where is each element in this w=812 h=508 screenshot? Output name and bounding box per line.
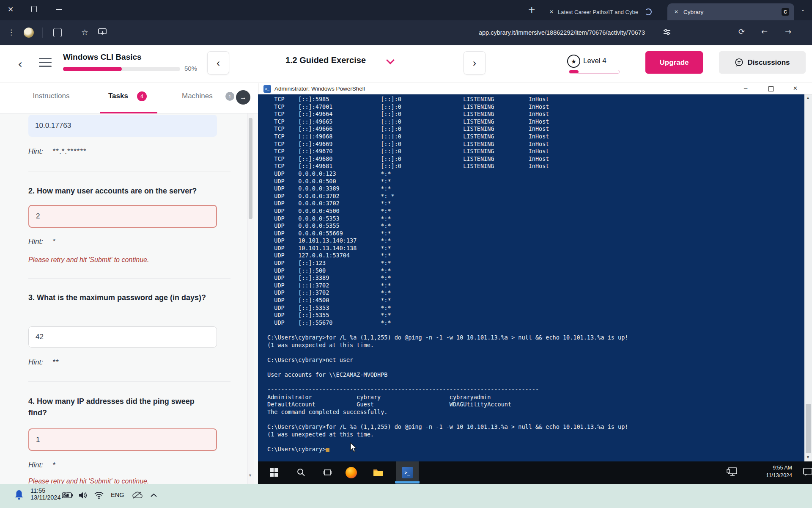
tasks-scrollbar-thumb — [249, 118, 252, 219]
divider — [28, 171, 230, 171]
question-q3: 3. What is the maximum password age (in … — [28, 292, 210, 304]
activity-dropdown-chevron[interactable] — [386, 56, 395, 64]
hint-value-q1: **.*.****** — [53, 147, 87, 155]
host-time: 11:55 — [30, 487, 61, 494]
tab-instructions[interactable]: Instructions — [25, 92, 77, 100]
tab-close-icon[interactable]: ✕ — [674, 9, 678, 15]
retry-message-q4: Please retry and hit 'Submit' to continu… — [28, 478, 149, 484]
terminal-cursor — [326, 448, 329, 452]
tab-label[interactable]: Cybrary — [683, 9, 782, 15]
window-close-icon[interactable]: ✕ — [8, 5, 14, 14]
kebab-menu-icon[interactable]: ⋮ — [8, 28, 15, 36]
answer-input-q3[interactable]: 42 — [28, 326, 217, 348]
remote-firefox-icon[interactable] — [346, 467, 357, 478]
notification-bell-icon[interactable] — [14, 490, 24, 500]
remote-taskview-icon[interactable] — [323, 469, 332, 476]
site-controls-icon[interactable] — [663, 29, 671, 36]
course-progress-track — [63, 67, 180, 71]
wifi-icon[interactable] — [94, 491, 104, 499]
question-q4: 4. How many IP addresses did the ping sw… — [28, 396, 210, 419]
tasks-panel: Instructions Tasks 4 Machines 1 → ▼ 10.0… — [0, 83, 258, 484]
next-activity-button[interactable]: › — [464, 51, 486, 75]
back-chevron[interactable]: ‹ — [18, 57, 22, 71]
level-star-icon: ★ — [567, 55, 580, 68]
course-progress-fill — [63, 67, 122, 71]
ps-close-icon[interactable]: ✕ — [793, 85, 798, 91]
cast-icon[interactable] — [98, 28, 107, 36]
tab-label[interactable]: Latest Career Paths/IT and Cybe — [558, 9, 642, 15]
powershell-titlebar[interactable]: >_ Administrator: Windows PowerShell – ✕ — [258, 83, 812, 94]
language-indicator[interactable]: ENG — [111, 491, 124, 498]
terminal-scrollbar-thumb — [806, 404, 811, 453]
tab-background[interactable]: ✕ Latest Career Paths/IT and Cybe — [543, 3, 662, 20]
divider — [28, 278, 230, 279]
volume-icon[interactable] — [79, 491, 88, 500]
back-icon[interactable]: ← — [761, 27, 768, 36]
new-tab-button[interactable]: + — [528, 4, 535, 15]
tray-expand-chevron-icon[interactable] — [151, 493, 157, 497]
remote-search-icon[interactable] — [297, 468, 305, 477]
hint-label: Hint: — [28, 147, 43, 155]
tasks-count-badge: 4 — [137, 91, 147, 101]
powershell-icon: >_ — [263, 85, 271, 93]
scroll-down-icon: ▼ — [248, 473, 252, 478]
tab-machines[interactable]: Machines — [182, 92, 213, 100]
host-clock[interactable]: 11:55 13/11/2024 — [30, 487, 61, 501]
discussions-button[interactable]: Discussions — [719, 51, 806, 74]
remote-active-app-indicator — [395, 481, 420, 483]
tab-active[interactable]: ✕ Cybrary C — [667, 3, 794, 20]
reload-icon[interactable]: ⟳ — [738, 27, 745, 36]
remote-display-icon[interactable] — [727, 467, 738, 477]
answer-input-q2[interactable]: 2 — [28, 205, 217, 228]
hint-value-q4: * — [53, 461, 56, 469]
scroll-down-icon: ▼ — [806, 455, 810, 459]
activity-title[interactable]: 1.2 Guided Exercise — [271, 55, 381, 65]
screen: ✕ + ✕ Latest Career Paths/IT and Cybe ✕ … — [0, 0, 812, 508]
host-taskbar: 11:55 13/11/2024 ENG 2 — [0, 484, 812, 508]
ps-restore-icon[interactable] — [768, 86, 774, 91]
window-restore-icon[interactable] — [31, 6, 37, 12]
onedrive-paused-icon[interactable] — [132, 491, 143, 499]
answer-input-q1[interactable]: 10.0.17763 — [28, 115, 217, 137]
answer-input-q4[interactable]: 1 — [28, 428, 217, 451]
forward-icon[interactable]: → — [785, 27, 791, 36]
remote-start-button[interactable] — [270, 468, 278, 477]
scroll-up-icon: ▲ — [806, 96, 810, 100]
bookmark-star-icon[interactable]: ☆ — [81, 28, 88, 37]
tab-tasks[interactable]: Tasks — [108, 92, 128, 100]
course-menu-icon[interactable] — [39, 58, 52, 67]
prev-activity-button[interactable]: ‹ — [207, 51, 229, 75]
hint-value-q2: * — [53, 237, 56, 246]
browser-titlebar: ✕ + ✕ Latest Career Paths/IT and Cybe ✕ … — [0, 0, 812, 20]
profile-avatar[interactable] — [24, 28, 34, 38]
tab-loading-spinner — [645, 8, 652, 15]
battery-icon[interactable] — [62, 492, 73, 498]
upgrade-button[interactable]: Upgrade — [645, 51, 703, 74]
terminal-scrollbar[interactable]: ▲ ▼ — [804, 94, 812, 461]
tab-close-icon[interactable]: ✕ — [549, 9, 554, 15]
machines-count-badge: 1 — [225, 92, 234, 101]
tabs-scroll-right-button[interactable]: → — [236, 90, 250, 105]
retry-message-q2: Please retry and hit 'Submit' to continu… — [28, 256, 149, 264]
host-date: 13/11/2024 — [30, 494, 61, 501]
tasks-scrollbar[interactable]: ▼ — [247, 113, 254, 484]
course-title: Windows CLI Basics — [63, 52, 142, 62]
hint-row-q2: Hint: * — [28, 237, 56, 246]
tab-search-chevron-icon[interactable]: ⌄ — [801, 6, 805, 12]
hint-row-q3: Hint: ** — [28, 358, 59, 367]
cybrary-favicon: C — [782, 8, 789, 16]
remote-taskbar: >_ 9:55 AM 11/13/2024 — [258, 461, 812, 484]
remote-powershell-taskbar-button[interactable]: >_ — [396, 461, 419, 484]
powershell-window-title: Administrator: Windows PowerShell — [274, 86, 365, 92]
extension-icon[interactable] — [53, 28, 62, 37]
ps-minimize-icon[interactable]: – — [744, 84, 747, 91]
course-progress-label: 50% — [184, 65, 197, 72]
powershell-terminal[interactable]: TCP [::]:5985 [::]:0 LISTENING InHost TC… — [258, 94, 804, 461]
hint-row-q1: Hint: **.*.****** — [28, 147, 87, 156]
remote-clock[interactable]: 9:55 AM 11/13/2024 — [748, 464, 792, 479]
address-bar[interactable]: app.cybrary.it/immersive/18862292/item/7… — [520, 27, 645, 38]
window-minimize-icon[interactable] — [56, 9, 62, 10]
remote-explorer-icon[interactable] — [373, 468, 383, 477]
level-progress-fill — [569, 70, 579, 73]
remote-notifications-icon[interactable] — [803, 467, 812, 477]
